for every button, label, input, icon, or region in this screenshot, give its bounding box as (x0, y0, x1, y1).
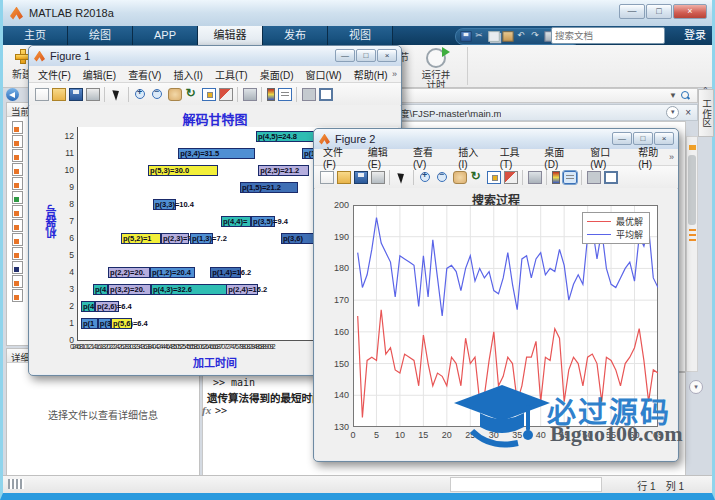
ribbon-tab-编辑器[interactable]: 编辑器 (198, 26, 263, 45)
gantt-bar: p(2,2)=20. (108, 267, 150, 278)
menu-文件(F)[interactable]: 文件(F) (317, 144, 362, 170)
gantt-bar: p(1,5)=21.2 (240, 182, 298, 193)
back-arrow-icon[interactable] (6, 88, 19, 101)
analyzer-marker[interactable] (689, 229, 696, 231)
new-tool-icon[interactable] (35, 88, 49, 101)
gantt-bar-label: p(3,4)=31.5 (180, 149, 219, 159)
link-tool-icon[interactable] (528, 171, 542, 184)
save-tool-icon[interactable] (354, 171, 368, 184)
save-icon[interactable] (460, 31, 471, 41)
open-tool-icon[interactable] (337, 171, 351, 184)
zout-tool-icon[interactable] (436, 171, 450, 184)
pan-tool-icon[interactable] (168, 88, 182, 101)
gantt-ytick: 6 (56, 233, 78, 243)
plot-xtick: 60 (625, 430, 645, 440)
run-and-time-button[interactable]: 运行并 计时 (411, 47, 461, 90)
doc-collapse-icon[interactable]: ▾ (666, 106, 679, 119)
scrollbar-thumb[interactable] (688, 155, 696, 225)
sign-in-link[interactable]: 登录 (684, 26, 706, 45)
ribbon-tab-主页[interactable]: 主页 (3, 26, 68, 45)
menu-overflow-icon[interactable]: » (669, 152, 674, 162)
dtip-tool-icon[interactable] (487, 171, 501, 184)
undo-icon[interactable] (516, 31, 527, 41)
new-tool-icon[interactable] (320, 171, 334, 184)
menu-窗口(W)[interactable]: 窗口(W) (584, 144, 632, 170)
cursor-tool-icon[interactable] (395, 171, 409, 184)
menu-编辑(E)[interactable]: 编辑(E) (77, 67, 122, 82)
link-tool-icon[interactable] (243, 88, 257, 101)
gantt-bar-label: p(3,2)=20. (110, 285, 145, 295)
fig1-close-button[interactable]: × (377, 49, 397, 62)
legend-tool-icon[interactable] (278, 88, 292, 101)
figure1-titlebar[interactable]: Figure 1 — □ × (29, 46, 401, 66)
menu-overflow-icon[interactable]: » (392, 69, 397, 79)
open-tool-icon[interactable] (52, 88, 66, 101)
redo-icon[interactable] (530, 31, 541, 41)
zin-tool-icon[interactable] (134, 88, 148, 101)
breadcrumb-dropdown-icon[interactable]: ▼ (669, 91, 677, 100)
gantt-bar-label: p(4,5)=24.8 (258, 132, 297, 142)
brush-tool-icon[interactable] (219, 88, 233, 101)
doc-search-box[interactable] (551, 27, 665, 44)
analyzer-marker[interactable] (689, 239, 696, 241)
rot-tool-icon[interactable] (470, 171, 484, 184)
figure2-window[interactable]: Figure 2 — □ × 文件(F)编辑(E)查看(V)插入(I)工具(T)… (313, 128, 679, 462)
analyzer-marker[interactable] (689, 234, 696, 236)
fig1-minimize-button[interactable]: — (335, 49, 355, 62)
save-tool-icon[interactable] (69, 88, 83, 101)
scroll-warning-marker[interactable] (689, 145, 696, 150)
maximize-button[interactable]: □ (646, 4, 672, 19)
close-button[interactable]: × (673, 4, 707, 19)
cut-icon[interactable] (474, 31, 485, 41)
zin-tool-icon[interactable] (419, 171, 433, 184)
legend-tool-icon[interactable] (563, 171, 577, 184)
gantt-ytick: 3 (56, 284, 78, 294)
toolbar-separator (296, 87, 297, 102)
doc-close-icon[interactable]: × (685, 107, 691, 118)
pan-tool-icon[interactable] (453, 171, 467, 184)
drop-down-circle-button[interactable]: ▾ (689, 380, 703, 394)
paste-icon[interactable] (502, 31, 513, 41)
layout-grip-icon[interactable] (8, 479, 24, 489)
print-tool-icon[interactable] (86, 88, 100, 101)
menu-文件(F)[interactable]: 文件(F) (32, 67, 77, 82)
rot-tool-icon[interactable] (185, 88, 199, 101)
ribbon-tab-发布[interactable]: 发布 (263, 26, 328, 45)
copy-icon[interactable] (488, 31, 499, 41)
cursor-tool-icon[interactable] (110, 88, 124, 101)
dock-tool-icon[interactable] (302, 88, 316, 101)
zout-tool-icon[interactable] (151, 88, 165, 101)
dock-tool-icon[interactable] (587, 171, 601, 184)
minimize-button[interactable]: — (619, 4, 645, 19)
undock-tool-icon[interactable] (319, 88, 333, 101)
folder-search-icon[interactable] (681, 91, 690, 100)
gantt-ytick: 12 (56, 131, 78, 141)
cbar-tool-icon[interactable] (267, 88, 275, 101)
toolbar-separator (413, 170, 414, 185)
menu-编辑(E)[interactable]: 编辑(E) (362, 144, 407, 170)
ribbon-tab-APP[interactable]: APP (133, 26, 198, 45)
menu-查看(V)[interactable]: 查看(V) (407, 144, 452, 170)
workspace-vertical-tab[interactable]: 工作区 (698, 89, 714, 137)
menu-插入(I)[interactable]: 插入(I) (167, 67, 208, 82)
brush-tool-icon[interactable] (504, 171, 518, 184)
cbar-tool-icon[interactable] (552, 171, 560, 184)
editor-scrollbar[interactable] (686, 136, 698, 372)
menu-桌面(D)[interactable]: 桌面(D) (538, 144, 584, 170)
menu-窗口(W)[interactable]: 窗口(W) (300, 67, 348, 82)
print-tool-icon[interactable] (371, 171, 385, 184)
menu-桌面(D)[interactable]: 桌面(D) (254, 67, 300, 82)
ribbon-tab-视图[interactable]: 视图 (328, 26, 393, 45)
ribbon-tab-绘图[interactable]: 绘图 (68, 26, 133, 45)
search-input[interactable] (552, 30, 690, 41)
menu-插入(I)[interactable]: 插入(I) (452, 144, 493, 170)
menu-帮助(H)[interactable]: 帮助(H) (348, 67, 394, 82)
fig1-maximize-button[interactable]: □ (356, 49, 376, 62)
main-titlebar[interactable]: MATLAB R2018a — □ × (3, 0, 712, 26)
dtip-tool-icon[interactable] (202, 88, 216, 101)
legend-line-sample (587, 221, 611, 222)
menu-查看(V)[interactable]: 查看(V) (122, 67, 167, 82)
undock-tool-icon[interactable] (604, 171, 618, 184)
menu-工具(T)[interactable]: 工具(T) (494, 144, 539, 170)
menu-工具(T)[interactable]: 工具(T) (209, 67, 254, 82)
